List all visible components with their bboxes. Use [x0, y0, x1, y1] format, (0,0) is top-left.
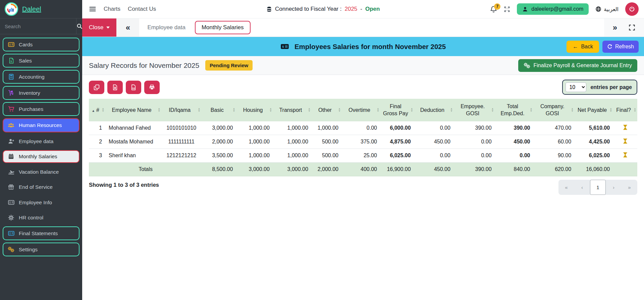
- arrow-left-icon: ←: [573, 44, 578, 50]
- page-title: Employees Salaries for month November 20…: [294, 43, 446, 51]
- chevrons-right-icon[interactable]: »: [613, 23, 617, 32]
- gift-icon: [8, 184, 14, 190]
- print-button[interactable]: [144, 81, 160, 94]
- logout-button[interactable]: [625, 2, 639, 16]
- sidebar-item-cards[interactable]: Cards: [3, 38, 79, 51]
- sidebar-item-employee-info[interactable]: Employee Info: [3, 196, 79, 209]
- search-input[interactable]: [0, 18, 76, 34]
- cell-net-payable: 4,425.00: [575, 135, 613, 149]
- money-check-icon: [280, 43, 289, 50]
- salaries-table: ▲# Employee Name ID/Iqama Basic Housing …: [89, 99, 637, 176]
- sidebar-item-monthly-salaries[interactable]: Monthly Salaries: [3, 150, 79, 163]
- user-account-button[interactable]: daleelerp@gmail.com: [517, 3, 589, 15]
- copy-button[interactable]: [89, 81, 104, 94]
- pagination-next[interactable]: ›: [606, 180, 622, 195]
- column-header-transport[interactable]: Transport: [273, 99, 312, 121]
- column-header-id-iqama[interactable]: ID/Iqama: [161, 99, 201, 121]
- finalize-payroll-button[interactable]: Finalize Payroll & Generate Journal Entr…: [518, 59, 637, 72]
- export-pdf-button[interactable]: [126, 81, 141, 94]
- cell-num: 3: [89, 149, 105, 163]
- gears-icon: [8, 246, 14, 253]
- page-size-label: entries per page: [590, 84, 632, 90]
- cell-num: 1: [89, 121, 105, 135]
- cell-employee-name: Mohannad Fahed: [105, 121, 161, 135]
- tabbar-spacer: [251, 18, 604, 37]
- fullscreen-icon[interactable]: [629, 24, 635, 31]
- totals-final-empty: [613, 163, 637, 176]
- column-header-final-gross-pay[interactable]: Final Gross Pay: [380, 99, 414, 121]
- sidebar-item-employee-data[interactable]: Employee data: [3, 135, 79, 148]
- sidebar: Daleel Cards Sales Accounting Inventory …: [0, 0, 82, 300]
- sort-icon: [158, 108, 160, 112]
- sort-icon: [102, 108, 104, 112]
- tab-monthly-salaries[interactable]: Monthly Salaries: [195, 21, 251, 34]
- pagination-page-1[interactable]: 1: [590, 180, 606, 195]
- menu-icon[interactable]: [89, 5, 96, 13]
- sidebar-item-label: Final Statements: [19, 230, 58, 237]
- user-email: daleelerp@gmail.com: [531, 6, 583, 12]
- cell-transport: 1,000.00: [273, 121, 312, 135]
- cell-total-emp-ded: 0.00: [495, 149, 534, 163]
- sidebar-item-vacation-balance[interactable]: Vacation Balance: [3, 165, 79, 178]
- cell-housing: 1,000.00: [236, 149, 273, 163]
- file-pdf-icon: [130, 84, 137, 90]
- gear-icon: [8, 215, 14, 221]
- cart-icon: [8, 106, 14, 112]
- pagination-prev[interactable]: ‹: [574, 180, 590, 195]
- column-header-overtime[interactable]: Overtime: [342, 99, 380, 121]
- sidebar-item-human-resources[interactable]: Human Resources: [3, 118, 79, 132]
- column-header-employee-name[interactable]: Employee Name: [105, 99, 161, 121]
- hourglass-icon: [623, 152, 628, 158]
- sidebar-item-inventory[interactable]: Inventory: [3, 86, 79, 100]
- refresh-button[interactable]: Refresh: [602, 41, 639, 53]
- column-header-housing[interactable]: Housing: [236, 99, 273, 121]
- expand-arrows-icon[interactable]: [504, 6, 510, 12]
- sort-icon: [411, 108, 413, 112]
- column-header-deduction[interactable]: Deduction: [414, 99, 454, 121]
- chevrons-left-icon[interactable]: «: [116, 18, 139, 37]
- notifications-button[interactable]: 7: [490, 6, 497, 13]
- cell-id-iqama: 1212121212: [161, 149, 201, 163]
- totals-deduction: 450.00: [414, 163, 454, 176]
- column-header-total-emp-ded[interactable]: Total Emp.Ded.: [495, 99, 534, 121]
- sidebar-item-sales[interactable]: Sales: [3, 54, 79, 68]
- cell-housing: 1,000.00: [236, 121, 273, 135]
- column-header-company-gosi[interactable]: Company. GOSI: [534, 99, 575, 121]
- column-header-basic[interactable]: Basic: [201, 99, 236, 121]
- pagination-first[interactable]: «: [558, 180, 574, 195]
- column-header-num[interactable]: ▲#: [89, 99, 105, 121]
- sidebar-item-hr-control[interactable]: HR control: [3, 211, 79, 224]
- topbar-actions: 7 daleelerp@gmail.com العربية: [490, 2, 639, 16]
- search-icon: [76, 23, 83, 29]
- showing-entries-text: Showing 1 to 3 of 3 entries: [89, 180, 159, 188]
- page-size-select[interactable]: 10: [566, 82, 586, 92]
- column-header-other[interactable]: Other: [312, 99, 342, 121]
- cell-transport: 1,000.00: [273, 149, 312, 163]
- nav-link-charts[interactable]: Charts: [104, 6, 120, 12]
- pagination-last[interactable]: »: [622, 180, 637, 195]
- nav-link-contact-us[interactable]: Contact Us: [128, 6, 156, 12]
- sidebar-item-accounting[interactable]: Accounting: [3, 70, 79, 84]
- sidebar-item-final-statements[interactable]: Final Statements: [3, 226, 79, 240]
- column-header-net-payable[interactable]: Net Payable: [575, 99, 613, 121]
- back-button[interactable]: ←Back: [567, 41, 599, 53]
- column-header-final[interactable]: Final?: [613, 99, 637, 121]
- invoice-dollar-icon: [8, 57, 14, 64]
- close-tabs-button[interactable]: Close: [82, 18, 116, 37]
- search-button[interactable]: [76, 18, 83, 34]
- export-excel-button[interactable]: [107, 81, 123, 94]
- brand-link[interactable]: Daleel: [22, 5, 41, 13]
- column-header-employee-gosi[interactable]: Empoyee. GOSI: [454, 99, 495, 121]
- salary-card-header: Salary Records for November 2025 Pending…: [82, 56, 644, 75]
- tab-bar: Close « Employee data Monthly Salaries »: [82, 18, 644, 37]
- language-switcher[interactable]: العربية: [595, 6, 619, 12]
- sidebar-item-purchases[interactable]: Purchases: [3, 102, 79, 116]
- sidebar-item-settings[interactable]: Settings: [3, 243, 79, 256]
- tab-employee-data[interactable]: Employee data: [139, 18, 193, 37]
- sidebar-item-end-of-service[interactable]: End of Service: [3, 181, 79, 194]
- cell-employee-name: Sherif khan: [105, 149, 161, 163]
- refresh-icon: [607, 44, 612, 49]
- top-navbar: Charts Contact Us Connected to Fiscal Ye…: [82, 0, 644, 18]
- language-label: العربية: [604, 6, 619, 12]
- totals-overtime: 400.00: [342, 163, 380, 176]
